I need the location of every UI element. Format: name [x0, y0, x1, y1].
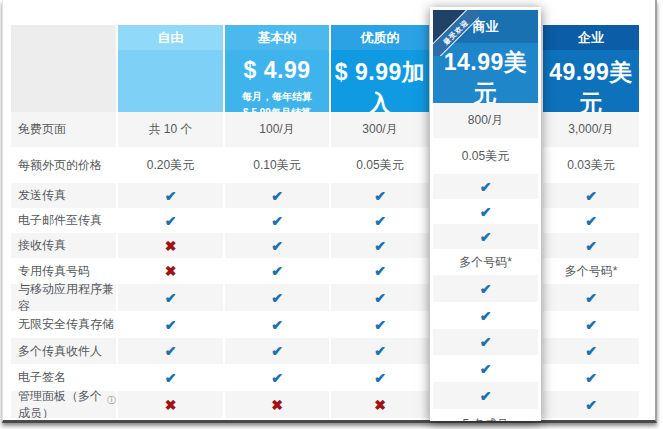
- most-popular-ribbon: 最受欢迎: [433, 10, 479, 56]
- plan-price: 14.99美元: [433, 47, 538, 109]
- feature-label: 电子签名: [18, 369, 66, 386]
- plan-value-cell: 0.10美元: [225, 147, 329, 183]
- plan-value-cell: ✔: [118, 208, 223, 233]
- plan-value: 0.03美元: [567, 157, 614, 174]
- plan-value: 0.20美元: [147, 157, 194, 174]
- plan-value-cell: ✔: [433, 355, 538, 382]
- plan-value-cell: ✔: [433, 174, 538, 199]
- check-icon: ✔: [374, 214, 386, 228]
- check-icon: ✔: [585, 398, 597, 412]
- feature-label: 接收传真: [18, 237, 66, 254]
- check-icon: ✔: [480, 180, 492, 194]
- plan-value-cell: ✔: [118, 183, 223, 208]
- plan-value-cell: 0.20美元: [118, 147, 223, 183]
- plan-value-cell: ✔: [331, 183, 429, 208]
- plan-value-cell: ✔: [543, 284, 639, 311]
- check-icon: ✔: [165, 189, 177, 203]
- check-icon: ✔: [480, 389, 492, 403]
- plan-value-cell: ✔: [433, 329, 538, 355]
- check-icon: ✔: [271, 189, 283, 203]
- plan-value-cell: 0.03美元: [543, 147, 639, 183]
- feature-label-row: 发送传真: [11, 183, 116, 208]
- feature-label: 发送传真: [18, 187, 66, 204]
- plan-price: $ 9.99加入: [331, 57, 429, 119]
- plan-value: 800/月: [468, 112, 503, 129]
- plan-value-cell: ✔: [331, 364, 429, 391]
- plan-value-cell: ✔: [543, 311, 639, 338]
- plan-value: 0.10美元: [253, 157, 300, 174]
- plan-value-cell: ✔: [543, 233, 639, 258]
- plan-title-premium: 优质的: [331, 25, 429, 50]
- plan-value-cell: ✔: [543, 338, 639, 364]
- feature-label: 多个传真收件人: [18, 343, 102, 360]
- plan-value: 多个号码*: [565, 263, 618, 280]
- check-icon: ✔: [374, 239, 386, 253]
- cross-icon: ✖: [165, 239, 177, 253]
- feature-label-row: 电子邮件至传真: [11, 208, 116, 233]
- plan-value-cell: ✔: [118, 311, 223, 338]
- plan-column-premium: 优质的 $ 9.99加入 每月，每年结算 $ 11.99每月结算 300/月0.…: [331, 25, 429, 418]
- feature-column-header: [11, 25, 116, 112]
- check-icon: ✔: [165, 371, 177, 385]
- plan-value-cell: ✖: [118, 258, 223, 284]
- check-icon: ✔: [585, 189, 597, 203]
- check-icon: ✔: [585, 214, 597, 228]
- plan-value-cell: ✔: [331, 284, 429, 311]
- plan-value-cell: 100/月: [225, 112, 329, 147]
- feature-label: 电子邮件至传真: [18, 212, 102, 229]
- plan-value-cell: ✔: [331, 338, 429, 364]
- cross-icon: ✖: [374, 398, 386, 412]
- check-icon: ✔: [480, 205, 492, 219]
- plan-price-area-enterprise: 49.99美元 每月，每年结算 $ 59.99每月结算: [543, 50, 639, 112]
- plan-price: 49.99美元: [543, 57, 639, 119]
- plan-column-business: 最受欢迎 商业 14.99美元 每月，每年结算 $ 19.99每月结算 800/…: [430, 7, 541, 421]
- plan-price-area-premium: $ 9.99加入 每月，每年结算 $ 11.99每月结算: [331, 50, 429, 112]
- feature-label: 与移动应用程序兼容: [18, 281, 116, 315]
- plan-value: 0.05美元: [462, 148, 509, 165]
- info-icon[interactable]: ⓘ: [107, 394, 116, 407]
- plan-rows-free: 共 10 个0.20美元✔✔✖✖✔✔✔✔✖: [118, 112, 223, 418]
- plan-value-cell: 3,000/月: [543, 112, 639, 147]
- plan-value-cell: ✔: [225, 183, 329, 208]
- plan-value-cell: ✖: [118, 233, 223, 258]
- check-icon: ✔: [271, 344, 283, 358]
- feature-label-row: 免费页面: [11, 112, 116, 147]
- feature-label-row: 与移动应用程序兼容: [11, 284, 116, 311]
- plan-value-cell: ✔: [331, 208, 429, 233]
- plan-value: 300/月: [362, 121, 397, 138]
- plan-value: 3,000/月: [568, 121, 613, 138]
- plan-value-cell: ✔: [543, 183, 639, 208]
- plan-value: 100/月: [259, 121, 294, 138]
- plan-value-cell: ✔: [433, 224, 538, 249]
- plan-value-cell: ✔: [433, 199, 538, 224]
- plan-value-cell: 多个号码*: [433, 249, 538, 275]
- plan-value-cell: 共 10 个: [118, 112, 223, 147]
- plan-column-enterprise: 企业 49.99美元 每月，每年结算 $ 59.99每月结算 3,000/月0.…: [543, 25, 639, 418]
- plan-value-cell: ✔: [433, 302, 538, 329]
- plan-rows-basic: 100/月0.10美元✔✔✔✔✔✔✔✔✖: [225, 112, 329, 418]
- cross-icon: ✖: [165, 264, 177, 278]
- check-icon: ✔: [585, 239, 597, 253]
- check-icon: ✔: [585, 344, 597, 358]
- plan-value: 5 名成员: [462, 416, 508, 422]
- check-icon: ✔: [271, 291, 283, 305]
- check-icon: ✔: [165, 344, 177, 358]
- check-icon: ✔: [585, 371, 597, 385]
- check-icon: ✔: [480, 309, 492, 323]
- check-icon: ✔: [374, 318, 386, 332]
- check-icon: ✔: [374, 344, 386, 358]
- plan-value-cell: ✔: [225, 338, 329, 364]
- feature-label: 无限安全传真存储: [18, 316, 114, 333]
- plan-billing-note: 每月，每年结算: [225, 90, 329, 104]
- plan-value-cell: ✔: [118, 364, 223, 391]
- feature-label-row: 管理面板（多个成员）ⓘ: [11, 391, 116, 418]
- plan-value: 0.05美元: [356, 157, 403, 174]
- plan-value-cell: ✔: [118, 338, 223, 364]
- plan-value-cell: ✔: [543, 391, 639, 418]
- plan-column-free: 自由 共 10 个0.20美元✔✔✖✖✔✔✔✔✖: [118, 25, 223, 418]
- check-icon: ✔: [480, 230, 492, 244]
- feature-label: 免费页面: [18, 121, 66, 138]
- plan-title-basic: 基本的: [225, 25, 329, 50]
- plan-value-cell: ✔: [225, 233, 329, 258]
- screenshot-frame: 免费页面每额外页的价格发送传真电子邮件至传真接收传真专用传真号码与移动应用程序兼…: [2, 0, 657, 423]
